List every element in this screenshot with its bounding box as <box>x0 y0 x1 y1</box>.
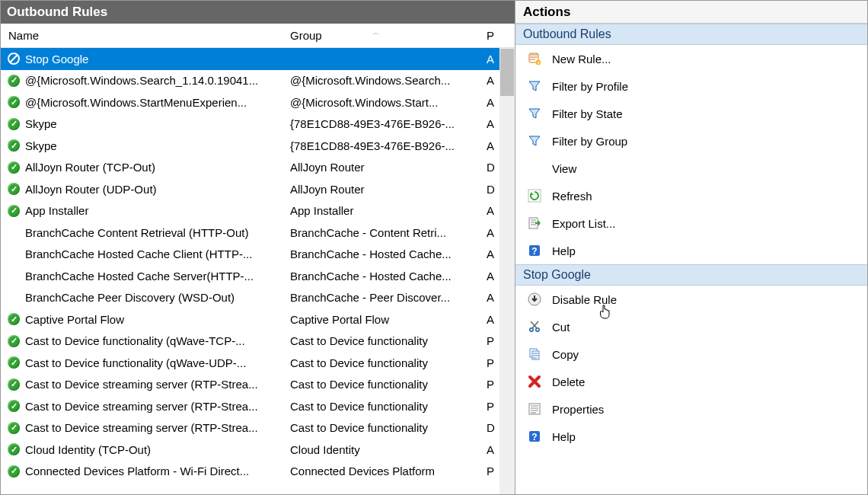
svg-text:?: ? <box>531 432 537 442</box>
action-help[interactable]: ?Help <box>515 423 867 450</box>
rule-icon-slot: ✓ <box>5 378 22 391</box>
disable-icon <box>526 291 543 308</box>
rule-name-text: BranchCache Content Retrieval (HTTP-Out) <box>25 226 248 239</box>
rule-row[interactable]: BranchCache Content Retrieval (HTTP-Out)… <box>1 222 515 244</box>
rule-row[interactable]: BranchCache Hosted Cache Client (HTTP-..… <box>1 244 515 266</box>
rule-row[interactable]: ✓Cast to Device functionality (qWave-UDP… <box>1 352 515 374</box>
rule-row[interactable]: ✓AllJoyn Router (TCP-Out)AllJoyn RouterD <box>1 157 515 179</box>
action-label: Filter by Profile <box>552 80 628 93</box>
action-label: View <box>552 162 576 175</box>
rule-name-text: Cast to Device functionality (qWave-UDP-… <box>25 356 246 369</box>
empty-icon <box>8 248 20 260</box>
main-titlebar: Outbound Rules <box>1 1 515 24</box>
action-cut[interactable]: Cut <box>515 313 867 340</box>
rule-row[interactable]: ✓Skype{78E1CD88-49E3-476E-B926-...A <box>1 113 515 136</box>
action-label: Refresh <box>552 190 592 203</box>
actions-panel: Actions Outbound Rules ★New Rule...Filte… <box>515 1 867 494</box>
rule-icon-slot <box>5 52 22 65</box>
none-icon <box>526 160 543 177</box>
rule-name-text: BranchCache Peer Discovery (WSD-Out) <box>25 291 235 304</box>
rule-name-text: Cast to Device streaming server (RTP-Str… <box>25 421 258 434</box>
rule-name-cell: BranchCache Hosted Cache Client (HTTP-..… <box>1 248 282 261</box>
action-filter-by-profile[interactable]: Filter by Profile <box>515 72 867 100</box>
rule-row[interactable]: ✓Captive Portal FlowCaptive Portal FlowA <box>1 308 515 331</box>
check-icon: ✓ <box>8 400 20 412</box>
filter-icon <box>526 105 543 122</box>
rule-row[interactable]: Stop GoogleA <box>1 48 515 70</box>
check-icon: ✓ <box>8 356 20 369</box>
rule-name-text: @{Microsoft.Windows.Search_1.14.0.19041.… <box>25 74 258 87</box>
rule-row[interactable]: ✓@{Microsoft.Windows.Search_1.14.0.19041… <box>1 70 515 92</box>
help-icon: ? <box>526 428 543 445</box>
rule-group-cell: @{Microsoft.Windows.Search... <box>282 74 479 87</box>
rule-name-text: App Installer <box>25 204 88 217</box>
rule-row[interactable]: BranchCache Hosted Cache Server(HTTP-...… <box>1 265 515 287</box>
scrollbar-thumb[interactable] <box>500 49 514 96</box>
action-refresh[interactable]: Refresh <box>515 182 867 209</box>
vertical-scrollbar[interactable] <box>499 48 515 494</box>
rule-name-text: Captive Portal Flow <box>25 313 124 326</box>
action-label: Filter by State <box>552 107 623 120</box>
action-label: Disable Rule <box>552 293 617 306</box>
action-filter-by-state[interactable]: Filter by State <box>515 100 867 127</box>
action-view[interactable]: View <box>515 155 867 182</box>
rule-icon-slot <box>5 269 22 283</box>
rule-group-cell: BranchCache - Hosted Cache... <box>282 248 479 260</box>
rule-row[interactable]: ✓Cast to Device functionality (qWave-TCP… <box>1 331 515 353</box>
main-title: Outbound Rules <box>7 5 107 20</box>
filter-icon <box>526 133 543 149</box>
rule-row[interactable]: ✓App InstallerApp InstallerA <box>1 200 515 222</box>
rule-name-cell: Stop Google <box>1 52 282 65</box>
rule-group-cell: BranchCache - Hosted Cache... <box>282 270 479 283</box>
rule-row[interactable]: ✓Cloud Identity (TCP-Out)Cloud IdentityA <box>1 439 515 461</box>
action-filter-by-group[interactable]: Filter by Group <box>515 127 867 155</box>
section-header-stopgoogle: Stop Google <box>515 264 867 286</box>
action-label: Export List... <box>552 217 615 230</box>
action-disable-rule[interactable]: Disable Rule <box>515 286 867 313</box>
rule-name-cell: ✓App Installer <box>1 204 282 218</box>
rule-icon-slot: ✓ <box>5 204 22 218</box>
main-panel: Outbound Rules Name Group ︿ P Stop Googl… <box>1 1 515 494</box>
rule-name-text: Skype <box>25 117 57 130</box>
check-icon: ✓ <box>8 75 20 87</box>
rule-name-cell: BranchCache Content Retrieval (HTTP-Out) <box>1 225 282 239</box>
action-new-rule[interactable]: ★New Rule... <box>515 45 867 72</box>
rule-group-cell: Cloud Identity <box>282 443 479 456</box>
rule-row[interactable]: ✓Cast to Device streaming server (RTP-St… <box>1 395 515 417</box>
action-export-list[interactable]: Export List... <box>515 209 867 237</box>
rule-row[interactable]: ✓AllJoyn Router (UDP-Out)AllJoyn RouterD <box>1 178 515 200</box>
action-copy[interactable]: Copy <box>515 340 867 368</box>
rule-name-cell: ✓Cast to Device functionality (qWave-UDP… <box>1 356 282 369</box>
rule-icon-slot: ✓ <box>5 95 22 109</box>
rule-icon-slot: ✓ <box>5 442 22 456</box>
rule-row[interactable]: ✓Cast to Device streaming server (RTP-St… <box>1 374 515 396</box>
rule-group-cell: Connected Devices Platform <box>282 465 479 477</box>
action-help[interactable]: ?Help <box>515 237 867 264</box>
export-icon <box>526 215 543 232</box>
rule-group-cell: AllJoyn Router <box>282 183 479 196</box>
filter-icon <box>526 78 543 94</box>
empty-icon <box>8 226 20 238</box>
check-icon: ✓ <box>8 96 20 108</box>
rule-group-cell: {78E1CD88-49E3-476E-B926-... <box>282 139 479 152</box>
column-headers[interactable]: Name Group ︿ P <box>1 24 515 48</box>
check-icon: ✓ <box>8 378 20 391</box>
rule-name-cell: ✓Captive Portal Flow <box>1 312 282 326</box>
rule-row[interactable]: ✓Connected Devices Platform - Wi-Fi Dire… <box>1 461 515 483</box>
rule-row[interactable]: BranchCache Peer Discovery (WSD-Out)Bran… <box>1 287 515 309</box>
rule-icon-slot: ✓ <box>5 117 22 131</box>
action-properties[interactable]: Properties <box>515 395 867 423</box>
col-header-p[interactable]: P <box>479 29 515 42</box>
rule-group-cell: AllJoyn Router <box>282 161 479 174</box>
rule-row[interactable]: ✓@{Microsoft.Windows.StartMenuExperien..… <box>1 91 515 113</box>
rule-group-cell: Cast to Device functionality <box>282 400 479 413</box>
action-label: Cut <box>552 321 570 334</box>
rule-row[interactable]: ✓Cast to Device streaming server (RTP-St… <box>1 417 515 439</box>
action-delete[interactable]: Delete <box>515 368 867 395</box>
delete-icon <box>526 373 543 390</box>
col-header-name[interactable]: Name <box>1 29 282 42</box>
col-header-group[interactable]: Group ︿ <box>282 29 479 42</box>
col-group-label: Group <box>290 29 322 42</box>
rules-body: Stop GoogleA✓@{Microsoft.Windows.Search_… <box>1 48 515 494</box>
rule-row[interactable]: ✓Skype{78E1CD88-49E3-476E-B926-...A <box>1 135 515 157</box>
